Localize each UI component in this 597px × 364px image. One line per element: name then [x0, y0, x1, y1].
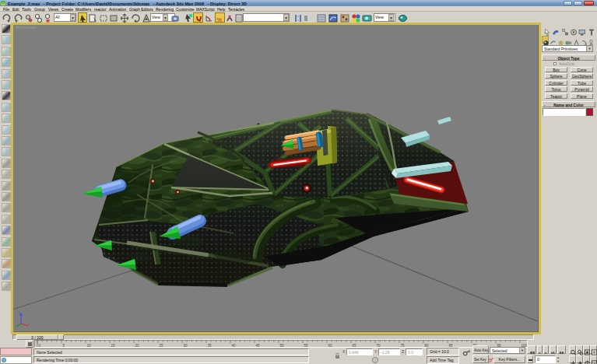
svg-text:45: 45 [256, 344, 261, 348]
svg-text:60: 60 [328, 344, 333, 348]
svg-text:5: 5 [63, 344, 65, 348]
svg-text:x: x [28, 322, 30, 326]
svg-text:10: 10 [87, 344, 92, 348]
svg-text:50: 50 [280, 344, 285, 348]
svg-text:75: 75 [401, 344, 406, 348]
svg-text:85: 85 [449, 344, 454, 348]
svg-text:55: 55 [304, 344, 309, 348]
svg-text:15: 15 [111, 344, 116, 348]
svg-text:65: 65 [353, 344, 357, 348]
svg-text:80: 80 [425, 344, 430, 348]
svg-text:40: 40 [232, 344, 237, 348]
svg-text:0: 0 [39, 344, 41, 348]
svg-text:25: 25 [160, 344, 164, 348]
svg-text:Perspective: Perspective [16, 25, 36, 30]
svg-text:30: 30 [184, 344, 188, 348]
svg-text:20: 20 [135, 344, 140, 348]
svg-text:z: z [19, 310, 20, 314]
svg-text:70: 70 [377, 344, 381, 348]
svg-text:35: 35 [208, 344, 212, 348]
